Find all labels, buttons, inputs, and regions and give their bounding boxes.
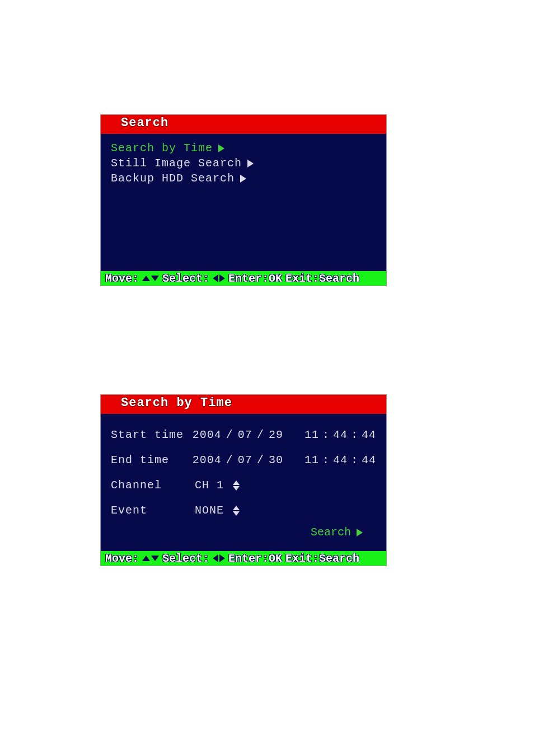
row-end-time[interactable]: End time 2004/07/30 11:44 :44 xyxy=(111,454,376,466)
menu-item-label: Backup HDD Search xyxy=(111,172,235,185)
row-channel[interactable]: Channel CH 1 xyxy=(111,479,376,492)
event-label: Event xyxy=(111,504,195,517)
help-select-label: Select: xyxy=(162,552,209,565)
help-exit-label: Exit:Search xyxy=(285,552,359,565)
left-right-icon xyxy=(213,554,225,562)
arrow-right-icon xyxy=(357,529,363,536)
search-action-button[interactable]: Search xyxy=(311,526,363,539)
help-bar: Move: Select: Enter:OK Exit:Search xyxy=(101,271,386,286)
slash-icon: / xyxy=(226,454,233,466)
left-right-icon xyxy=(213,274,225,282)
slash-icon: / xyxy=(226,428,233,441)
menu-item-still-image-search[interactable]: Still Image Search xyxy=(111,157,376,170)
start-month: 07 xyxy=(238,428,252,441)
up-down-icon xyxy=(142,276,159,281)
row-event[interactable]: Event NONE xyxy=(111,504,376,517)
start-sec: 44 xyxy=(362,428,376,441)
start-min: 44 xyxy=(333,428,348,441)
panel-title-text: Search by Time xyxy=(121,396,232,410)
menu-item-label: Search by Time xyxy=(111,142,213,155)
search-by-time-panel: Search by Time Start time 2004/07/29 11:… xyxy=(101,395,386,566)
end-min: 44 xyxy=(333,454,348,466)
channel-value-text: CH 1 xyxy=(195,479,224,492)
slash-icon: / xyxy=(257,428,264,441)
event-value: NONE xyxy=(195,504,240,517)
help-move-label: Move: xyxy=(105,552,139,565)
arrow-right-icon xyxy=(247,160,254,167)
help-bar: Move: Select: Enter:OK Exit:Search xyxy=(101,551,386,566)
channel-value: CH 1 xyxy=(195,479,240,492)
end-time-label: End time xyxy=(111,454,193,466)
panel-title: Search xyxy=(101,115,386,134)
help-exit-label: Exit:Search xyxy=(285,272,359,285)
help-enter-label: Enter:OK xyxy=(228,272,282,285)
help-move-label: Move: xyxy=(105,272,139,285)
start-year: 2004 xyxy=(193,428,222,441)
help-select-label: Select: xyxy=(162,272,209,285)
menu-item-label: Still Image Search xyxy=(111,157,242,170)
panel-body: Search by Time Still Image Search Backup… xyxy=(101,134,386,271)
panel-title-text: Search xyxy=(121,116,168,130)
end-month: 07 xyxy=(238,454,252,466)
channel-label: Channel xyxy=(111,479,195,492)
menu-item-search-by-time[interactable]: Search by Time xyxy=(111,142,376,155)
panel-title: Search by Time xyxy=(101,395,386,414)
up-down-icon xyxy=(142,556,159,561)
menu-item-backup-hdd-search[interactable]: Backup HDD Search xyxy=(111,172,376,185)
panel-body: Start time 2004/07/29 11:44 :44 End time… xyxy=(101,414,386,551)
updown-icon xyxy=(233,480,240,491)
start-hour: 11 xyxy=(305,428,319,441)
search-menu-panel: Search Search by Time Still Image Search… xyxy=(101,115,386,286)
help-enter-label: Enter:OK xyxy=(228,552,282,565)
start-time-value: 2004/07/29 11:44 :44 xyxy=(193,428,376,441)
end-time-value: 2004/07/30 11:44 :44 xyxy=(193,454,376,466)
slash-icon: / xyxy=(257,454,264,466)
arrow-right-icon xyxy=(218,144,224,152)
search-action-label: Search xyxy=(311,526,351,539)
end-day: 30 xyxy=(269,454,283,466)
start-day: 29 xyxy=(269,428,283,441)
end-sec: 44 xyxy=(362,454,376,466)
end-hour: 11 xyxy=(305,454,319,466)
end-year: 2004 xyxy=(193,454,222,466)
start-time-label: Start time xyxy=(111,428,193,441)
updown-icon xyxy=(233,506,240,516)
arrow-right-icon xyxy=(240,175,246,183)
event-value-text: NONE xyxy=(195,504,224,517)
row-start-time[interactable]: Start time 2004/07/29 11:44 :44 xyxy=(111,428,376,441)
